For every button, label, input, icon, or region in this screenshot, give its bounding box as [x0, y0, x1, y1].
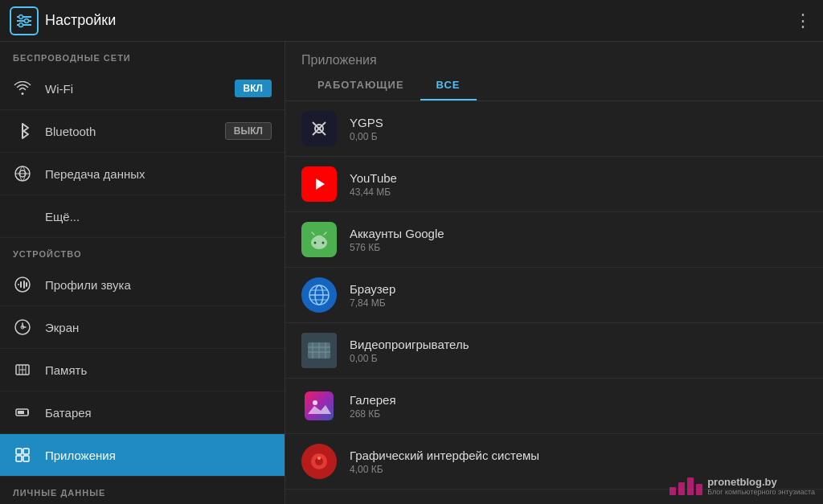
ui-info: Графический интерфейс системы 4,00 КБ [350, 449, 807, 475]
bar1 [669, 487, 676, 495]
bar4 [696, 484, 702, 495]
apps-label: Приложения [45, 449, 272, 462]
app-title: Настройки [45, 12, 116, 29]
more-icon [13, 207, 32, 226]
svg-rect-23 [16, 449, 22, 454]
ui-icon [301, 444, 337, 479]
section-personal: ЛИЧНЫЕ ДАННЫЕ [0, 477, 285, 502]
watermark-domain: pronetblog.by [707, 476, 815, 488]
list-item[interactable]: Браузер 7,84 МБ [285, 268, 823, 323]
tab-running[interactable]: РАБОТАЮЩИЕ [301, 71, 420, 100]
browser-icon [301, 277, 337, 313]
bluetooth-toggle[interactable]: ВЫКЛ [225, 122, 272, 140]
ygps-info: YGPS 0,00 Б [350, 116, 807, 142]
video-icon [301, 333, 337, 368]
svg-point-54 [313, 400, 317, 405]
apps-icon [13, 445, 32, 465]
wifi-icon [13, 79, 32, 98]
browser-name: Браузер [350, 282, 807, 296]
ui-name: Графический интерфейс системы [350, 449, 807, 462]
data-label: Передача данных [45, 167, 272, 181]
browser-size: 7,84 МБ [350, 297, 807, 309]
battery-label: Батарея [45, 406, 272, 420]
sidebar-item-memory[interactable]: Память [0, 349, 285, 391]
header-left: Настройки [10, 6, 116, 35]
bar3 [687, 477, 694, 495]
section-wireless: БЕСПРОВОДНЫЕ СЕТИ [0, 42, 285, 68]
bar2 [678, 482, 685, 495]
main-layout: БЕСПРОВОДНЫЕ СЕТИ Wi-Fi ВКЛ Bluetoot [0, 42, 823, 504]
youtube-size: 43,44 МБ [350, 186, 807, 198]
ygps-name: YGPS [350, 116, 807, 129]
sidebar-item-screen[interactable]: Экран [0, 306, 285, 349]
video-size: 0,00 Б [350, 353, 807, 364]
svg-point-58 [317, 457, 321, 460]
youtube-icon [301, 166, 337, 202]
content-area: Приложения РАБОТАЮЩИЕ ВСЕ Y [285, 42, 823, 504]
sidebar-item-wifi[interactable]: Wi-Fi ВКЛ [0, 68, 285, 110]
sidebar-item-apps[interactable]: Приложения [0, 434, 285, 477]
app-list: YGPS 0,00 Б YouTube 43,44 МБ [285, 101, 823, 504]
watermark-subtitle: Блог компьютерного энтузиаста [707, 488, 815, 496]
svg-point-9 [15, 277, 30, 292]
youtube-name: YouTube [350, 171, 807, 185]
memory-icon [13, 360, 32, 379]
svg-point-37 [322, 242, 325, 244]
gallery-size: 268 КБ [350, 408, 807, 420]
sound-icon [13, 275, 32, 294]
screen-label: Экран [45, 321, 272, 334]
tab-all[interactable]: ВСЕ [420, 71, 477, 100]
svg-point-3 [19, 14, 23, 18]
list-item[interactable]: YGPS 0,00 Б [285, 101, 823, 157]
youtube-info: YouTube 43,44 МБ [350, 171, 807, 198]
sidebar-item-battery[interactable]: Батарея [0, 391, 285, 434]
sidebar-item-sound[interactable]: Профили звука [0, 264, 285, 306]
svg-point-5 [19, 23, 23, 27]
sidebar: БЕСПРОВОДНЫЕ СЕТИ Wi-Fi ВКЛ Bluetoot [0, 42, 285, 504]
video-info: Видеопроигрыватель 0,00 Б [350, 338, 807, 364]
tabs-bar: РАБОТАЮЩИЕ ВСЕ [285, 71, 823, 101]
svg-rect-25 [16, 456, 22, 461]
watermark: pronetblog.by Блог компьютерного энтузиа… [669, 476, 815, 496]
svg-point-4 [25, 18, 29, 23]
bluetooth-icon [13, 121, 32, 141]
sidebar-item-data[interactable]: Передача данных [0, 153, 285, 195]
list-item[interactable]: Галерея 268 КБ [285, 379, 823, 434]
settings-icon-box [10, 6, 39, 35]
data-icon [13, 164, 32, 183]
gallery-icon [301, 388, 337, 424]
svg-point-31 [317, 127, 321, 130]
svg-rect-22 [18, 411, 24, 414]
sound-label: Профили звука [45, 278, 272, 292]
watermark-text-block: pronetblog.by Блог компьютерного энтузиа… [707, 476, 815, 496]
gallery-info: Галерея 268 КБ [350, 393, 807, 420]
video-name: Видеопроигрыватель [350, 338, 807, 351]
list-item[interactable]: YouTube 43,44 МБ [285, 157, 823, 212]
list-item[interactable]: Видеопроигрыватель 0,00 Б [285, 323, 823, 379]
bluetooth-label: Bluetooth [45, 125, 212, 138]
list-item[interactable]: Аккаунты Google 576 КБ [285, 212, 823, 268]
watermark-logo [669, 477, 702, 495]
memory-label: Память [45, 363, 272, 377]
screen-icon [13, 318, 32, 337]
overflow-menu-button[interactable]: ⋮ [794, 10, 813, 31]
google-accounts-name: Аккаунты Google [350, 227, 807, 240]
sidebar-item-more[interactable]: Ещё... [0, 195, 285, 238]
ygps-icon [301, 111, 337, 146]
svg-rect-26 [23, 456, 29, 461]
google-accounts-size: 576 КБ [350, 242, 807, 253]
android-icon [301, 222, 337, 257]
more-label: Ещё... [45, 210, 272, 223]
content-header: Приложения [285, 42, 823, 68]
content-title: Приложения [301, 53, 377, 67]
wifi-toggle[interactable]: ВКЛ [235, 80, 272, 97]
svg-point-36 [314, 242, 317, 244]
battery-icon [13, 403, 32, 422]
svg-rect-24 [23, 449, 29, 454]
gallery-name: Галерея [350, 393, 807, 407]
header: Настройки ⋮ [0, 0, 823, 42]
ui-size: 4,00 КБ [350, 464, 807, 475]
svg-rect-53 [305, 391, 334, 420]
section-device: УСТРОЙСТВО [0, 238, 285, 264]
sidebar-item-bluetooth[interactable]: Bluetooth ВЫКЛ [0, 110, 285, 153]
